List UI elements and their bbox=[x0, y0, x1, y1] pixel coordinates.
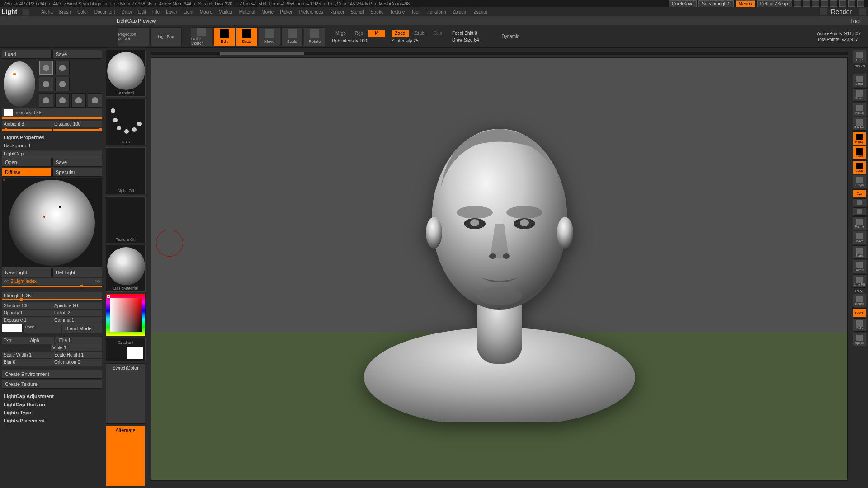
z-intensity-slider[interactable]: Z Intensity 25 bbox=[392, 38, 446, 43]
zcut-button[interactable]: Zcut bbox=[430, 30, 446, 37]
load-button[interactable]: Load bbox=[2, 50, 52, 59]
ambient-slider[interactable]: Ambient 3 bbox=[2, 121, 52, 127]
lights-placement-header[interactable]: Lights Placement bbox=[2, 417, 102, 425]
menu-draw[interactable]: Draw bbox=[118, 9, 135, 14]
gradient-black[interactable] bbox=[108, 347, 125, 359]
polyf-label[interactable]: PolyF bbox=[853, 289, 867, 293]
menu-movie[interactable]: Movie bbox=[258, 9, 277, 14]
htile-slider[interactable]: HTile 1 bbox=[55, 337, 102, 344]
shadow-slider[interactable]: Shadow 100 bbox=[2, 302, 52, 309]
light-3[interactable] bbox=[39, 77, 53, 91]
orientation-slider[interactable]: Orientation 0 bbox=[52, 359, 102, 366]
canvas-scrollbar[interactable] bbox=[151, 52, 848, 55]
menu-document[interactable]: Document bbox=[91, 9, 118, 14]
move-button[interactable]: Move bbox=[259, 27, 280, 46]
menu-stencil[interactable]: Stencil bbox=[348, 9, 368, 14]
gradient-white[interactable] bbox=[126, 347, 143, 359]
menu-zplugin[interactable]: Zplugin bbox=[449, 9, 471, 14]
lightcap-header[interactable]: LightCap bbox=[2, 150, 102, 158]
menu-render[interactable]: Render bbox=[326, 9, 348, 14]
lsym-button[interactable]: L.Sym bbox=[853, 175, 866, 188]
menu-tool[interactable]: Tool bbox=[408, 9, 422, 14]
floor-button[interactable]: Floor bbox=[853, 146, 866, 160]
menu-stroke[interactable]: Stroke bbox=[368, 9, 387, 14]
window-icon-1[interactable] bbox=[794, 0, 801, 7]
menu-light[interactable]: Light bbox=[180, 9, 197, 14]
menu-zscript[interactable]: Zscript bbox=[471, 9, 491, 14]
zsub-button[interactable]: Zsub bbox=[410, 30, 428, 37]
local-button[interactable]: Local bbox=[853, 160, 866, 174]
brush-thumb[interactable]: Standard bbox=[106, 50, 146, 97]
lightcap-sphere[interactable] bbox=[9, 180, 95, 266]
transp-button[interactable]: Transp bbox=[853, 294, 866, 307]
render-reload-icon[interactable] bbox=[859, 8, 866, 15]
menu-texture[interactable]: Texture bbox=[387, 9, 408, 14]
default-script[interactable]: DefaultZScript bbox=[757, 0, 792, 7]
menu-brush[interactable]: Brush bbox=[56, 9, 74, 14]
distance-slider[interactable]: Distance 100 bbox=[52, 121, 102, 127]
menu-macro[interactable]: Macro bbox=[197, 9, 216, 14]
close-icon[interactable] bbox=[857, 0, 864, 7]
pf2-button[interactable] bbox=[853, 207, 866, 216]
focal-shift-slider[interactable]: Focal Shift 0 bbox=[452, 31, 479, 36]
gamma-slider[interactable]: Gamma 1 bbox=[52, 317, 102, 324]
light-8[interactable] bbox=[88, 93, 102, 108]
save2-button[interactable]: Save bbox=[52, 158, 102, 167]
scale-button[interactable]: Scale bbox=[281, 27, 303, 46]
window-icon-3[interactable] bbox=[812, 0, 819, 7]
zadd-button[interactable]: Zadd bbox=[392, 30, 409, 37]
alph-button[interactable]: Alph bbox=[28, 337, 54, 344]
lights-properties-header[interactable]: Lights Properties bbox=[2, 133, 102, 141]
menu-alpha[interactable]: Alpha bbox=[38, 9, 56, 14]
save-button[interactable]: Save bbox=[52, 50, 102, 59]
persp-button[interactable]: Persp bbox=[853, 131, 866, 145]
pf-button[interactable] bbox=[853, 198, 866, 206]
ghost-button[interactable]: Ghost bbox=[853, 308, 866, 317]
light-direction-sphere[interactable] bbox=[4, 61, 35, 107]
draw-size-slider[interactable]: Draw Size 64 bbox=[452, 38, 479, 42]
zoom-button[interactable]: Zoom bbox=[853, 88, 866, 102]
aahalf-button[interactable]: AAHalf bbox=[853, 117, 866, 131]
quicksketch-button[interactable]: Quick Sketch bbox=[191, 27, 212, 46]
scale-height-slider[interactable]: Scale Height 1 bbox=[52, 352, 102, 358]
window-icon-2[interactable] bbox=[803, 0, 810, 7]
rgb-button[interactable]: Rgb bbox=[351, 30, 367, 37]
maximize-icon[interactable] bbox=[848, 0, 855, 7]
lightbox-button[interactable]: LightBox bbox=[150, 27, 182, 46]
scale-width-slider[interactable]: Scale Width 1 bbox=[2, 352, 52, 358]
exposure-slider[interactable]: Exposure 1 bbox=[2, 317, 52, 324]
light-2[interactable] bbox=[55, 61, 70, 75]
window-icon-5[interactable] bbox=[830, 0, 837, 7]
light-4[interactable] bbox=[55, 77, 70, 91]
quicksave-button[interactable]: QuickSave bbox=[669, 0, 697, 7]
background-header[interactable]: Background bbox=[2, 141, 102, 150]
menu-preferences[interactable]: Preferences bbox=[296, 9, 326, 14]
light-6[interactable] bbox=[55, 93, 70, 108]
edit-button[interactable]: Edit bbox=[213, 27, 235, 46]
blend-mode-button[interactable]: Blend Mode bbox=[62, 324, 102, 333]
txtr-button[interactable]: Txtr bbox=[2, 337, 28, 344]
light-5[interactable] bbox=[39, 93, 53, 108]
right-rotate-button[interactable]: Rotate bbox=[853, 260, 866, 273]
frame-button[interactable]: Frame bbox=[853, 216, 866, 230]
menu-color[interactable]: Color bbox=[74, 9, 91, 14]
light-index-slider[interactable]: << 2 Light Index >> bbox=[2, 278, 102, 285]
vtile-slider[interactable]: VTile 1 bbox=[51, 344, 102, 351]
menu-transform[interactable]: Transform bbox=[423, 9, 449, 14]
lightcap-horizon-header[interactable]: LightCap Horizon bbox=[2, 400, 102, 408]
draw-button[interactable]: Draw bbox=[236, 27, 258, 46]
diffuse-button[interactable]: Diffuse bbox=[2, 168, 52, 177]
linefill-button[interactable]: Line Fill bbox=[853, 274, 866, 288]
material-thumb[interactable]: BasicMaterial bbox=[106, 245, 146, 292]
rgb-intensity-slider[interactable]: Rgb Intensity 100 bbox=[332, 38, 385, 43]
seethrough-slider[interactable]: See-through 0 bbox=[698, 0, 733, 7]
menu-edit[interactable]: Edit bbox=[135, 9, 149, 14]
light-1[interactable] bbox=[39, 61, 53, 75]
menu-marker[interactable]: Marker bbox=[216, 9, 236, 14]
color-picker[interactable] bbox=[106, 294, 146, 336]
minimize-icon[interactable] bbox=[839, 0, 846, 7]
strength-slider[interactable]: Strength 0.25 bbox=[2, 292, 102, 299]
bpr-button[interactable]: BPR bbox=[853, 50, 866, 63]
del-light-button[interactable]: Del Light bbox=[52, 268, 102, 277]
alpha-thumb[interactable]: Alpha Off bbox=[106, 147, 146, 194]
